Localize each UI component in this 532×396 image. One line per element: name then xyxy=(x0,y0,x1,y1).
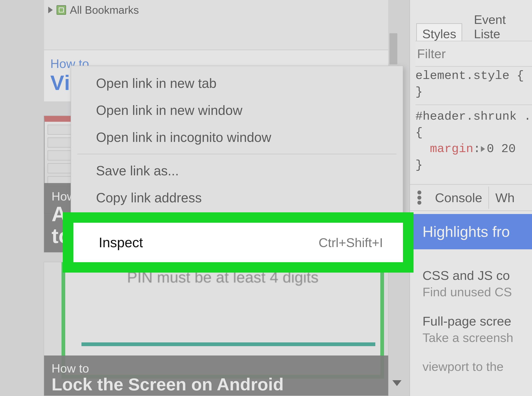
ctx-copy-link-address[interactable]: Copy link address xyxy=(71,184,403,211)
related-article-2[interactable]: PIN must be at least 4 digits How to Loc… xyxy=(44,262,389,396)
ctx-open-incognito[interactable]: Open link in incognito window xyxy=(71,124,403,151)
devtools-drawer-tabs: ••• Console Wh xyxy=(410,184,532,211)
whats-new-list: CSS and JS co Find unused CS Full-page s… xyxy=(422,268,532,388)
ctx-item-label: Save link as... xyxy=(96,163,179,179)
bookmark-folder-icon xyxy=(57,5,66,15)
rule-selector: #header.shrunk . xyxy=(415,110,531,123)
tab-whats-new[interactable]: Wh xyxy=(488,186,521,209)
bookmarks-label: All Bookmarks xyxy=(70,4,139,16)
tab-event-listeners[interactable]: Event Liste xyxy=(468,10,532,44)
kebab-menu-icon[interactable]: ••• xyxy=(410,190,429,205)
suggestion-desc: Take a screensh xyxy=(422,331,532,345)
suggestion-desc: Find unused CS xyxy=(422,285,532,299)
ctx-item-shortcut: Ctrl+Shift+I xyxy=(319,235,383,250)
suggestion-desc: viewport to the xyxy=(422,359,532,374)
devtools-tabs: Styles Event Liste xyxy=(416,10,532,44)
css-value: 0 20 xyxy=(487,142,516,156)
underline-bar xyxy=(82,342,375,346)
caption-overline: How to xyxy=(52,361,381,375)
ctx-open-new-tab[interactable]: Open link in new tab xyxy=(71,70,403,97)
bookmarks-row[interactable]: All Bookmarks xyxy=(48,4,139,16)
ctx-item-label: Open link in new tab xyxy=(96,76,216,91)
tab-console[interactable]: Console xyxy=(429,186,488,209)
bookmarks-panel: All Bookmarks xyxy=(44,0,389,50)
expand-triangle-icon[interactable] xyxy=(481,146,485,152)
styles-rules[interactable]: element.style { }#header.shrunk . { marg… xyxy=(415,68,532,174)
caret-right-icon xyxy=(48,7,53,13)
suggestion-title[interactable]: Full-page scree xyxy=(422,314,532,328)
ctx-item-label: Open link in incognito window xyxy=(96,130,271,145)
caption-title: Lock the Screen on Android xyxy=(52,375,381,394)
devtools-panel: Styles Event Liste Filter element.style … xyxy=(409,0,532,396)
ctx-inspect-highlighted[interactable]: Inspect Ctrl+Shift+I xyxy=(73,223,403,262)
scrollbar-thumb[interactable] xyxy=(389,33,397,64)
whats-new-banner: Highlights fro xyxy=(410,214,532,249)
ctx-save-link-as[interactable]: Save link as... xyxy=(71,157,403,184)
chevron-down-icon[interactable] xyxy=(392,380,402,386)
ctx-item-label: Copy link address xyxy=(96,190,202,205)
css-property: margin xyxy=(430,142,474,156)
tutorial-highlight: Inspect Ctrl+Shift+I xyxy=(63,212,414,273)
styles-filter-input[interactable]: Filter xyxy=(415,41,532,67)
rule-selector: element.style { xyxy=(415,69,524,82)
suggestion-title[interactable]: CSS and JS co xyxy=(422,268,532,283)
ctx-open-new-window[interactable]: Open link in new window xyxy=(71,97,403,124)
rule-close: } xyxy=(415,85,423,99)
context-menu-separator xyxy=(77,154,397,154)
ctx-item-label: Open link in new window xyxy=(96,103,242,118)
rule-open: { xyxy=(415,126,423,140)
thumbnail-caption: How to Lock the Screen on Android xyxy=(44,355,388,396)
ctx-item-label: Inspect xyxy=(99,235,143,250)
rule-close: } xyxy=(415,158,423,172)
